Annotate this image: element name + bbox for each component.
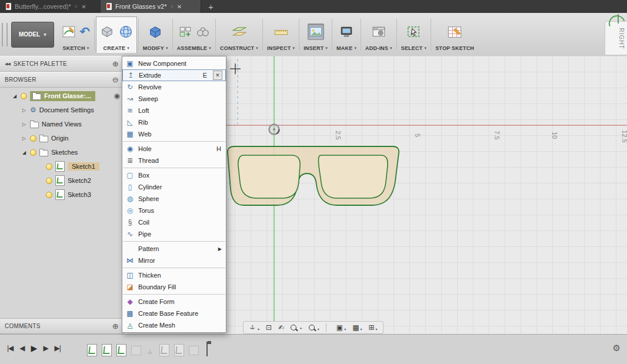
sketch-icon[interactable] — [62, 25, 76, 39]
glasses-left-lens[interactable] — [238, 155, 300, 198]
viewports-button[interactable]: ⊞▾ — [369, 324, 378, 331]
browser-item-origin[interactable]: ▷ Origin — [0, 131, 124, 145]
toolbar-grip-handle[interactable] — [2, 23, 8, 46]
browser-item-sketches[interactable]: ◢ Sketches — [0, 145, 124, 159]
orbit-button[interactable]: ▾ — [249, 324, 259, 331]
step-back-button[interactable]: ◀ — [19, 344, 24, 352]
menu-item-create-form[interactable]: ◆Create Form — [122, 296, 226, 308]
menu-item-sphere[interactable]: ◍Sphere — [122, 193, 226, 205]
visibility-bulb-icon[interactable] — [46, 192, 52, 198]
menu-item-pipe[interactable]: ∿Pipe — [122, 228, 226, 240]
insert-image-icon[interactable] — [308, 24, 324, 40]
browser-item-sketch1[interactable]: Sketch1 — [0, 159, 124, 173]
menu-item-sweep[interactable]: ↝Sweep — [122, 93, 226, 105]
display-settings-button[interactable]: ▣▾ — [336, 324, 346, 331]
menu-item-revolve[interactable]: ↻Revolve — [122, 81, 226, 93]
visibility-bulb-icon[interactable] — [30, 149, 36, 156]
browser-item-named-views[interactable]: ▷ Named Views — [0, 117, 124, 131]
make-menu-button[interactable]: MAKE▾ — [336, 45, 356, 51]
select-menu-button[interactable]: SELECT▾ — [401, 45, 426, 51]
timeline-feature-move-icon[interactable] — [146, 347, 155, 356]
menu-item-boundary-fill[interactable]: ◪Boundary Fill — [122, 281, 226, 293]
menu-item-web[interactable]: ▦Web — [122, 128, 226, 140]
expand-arrow-icon[interactable]: ▷ — [21, 136, 27, 141]
expand-arrow-icon[interactable]: ▷ — [21, 122, 27, 127]
close-tab-icon[interactable]: ✕ — [177, 4, 182, 10]
addins-menu-button[interactable]: ADD-INS▾ — [365, 45, 392, 51]
sketch-origin-widget[interactable] — [269, 125, 279, 135]
go-to-start-button[interactable]: |◀ — [7, 344, 13, 352]
close-icon[interactable]: ✕ — [213, 71, 222, 80]
visibility-bulb-icon[interactable] — [46, 178, 52, 184]
select-cursor-icon[interactable] — [406, 25, 421, 39]
browser-item-document-settings[interactable]: ▷ ⚙ Document Settings — [0, 103, 124, 117]
menu-item-create-base-feature[interactable]: ▩Create Base Feature — [122, 308, 226, 319]
step-forward-button[interactable]: ▶ — [43, 344, 48, 352]
timeline-sketch2-icon[interactable] — [102, 344, 112, 356]
visibility-bulb-icon[interactable] — [30, 135, 36, 142]
stop-sketch-button[interactable]: STOP SKETCH — [435, 45, 474, 51]
glasses-right-lens[interactable] — [318, 155, 388, 198]
browser-header[interactable]: BROWSER ⊖ — [0, 72, 124, 88]
comments-header[interactable]: COMMENTS ⊕ — [0, 318, 124, 334]
play-button[interactable]: ▶ — [31, 343, 37, 353]
construction-plane-icon[interactable] — [232, 24, 247, 39]
look-at-button[interactable]: ⊡ — [266, 324, 272, 331]
timeline-playhead[interactable] — [206, 342, 208, 356]
browser-item-root[interactable]: ◢ Front Glasse:... ◉ — [0, 89, 124, 103]
assemble-menu-button[interactable]: ASSEMBLE▾ — [177, 45, 211, 51]
create-menu-button[interactable]: CREATE▾ — [104, 45, 129, 51]
tab-front-glasses[interactable]: Front Glasses v2* ○ ✕ — [101, 0, 201, 13]
undo-icon[interactable]: ↶ — [79, 25, 90, 38]
joint-icon[interactable] — [196, 25, 210, 39]
press-pull-icon[interactable] — [148, 24, 163, 39]
menu-item-hole[interactable]: ◉HoleH — [122, 143, 226, 155]
timeline-sketch3-icon[interactable] — [116, 344, 126, 356]
timeline-feature-sketch-icon[interactable] — [159, 344, 169, 356]
expand-plus-icon[interactable]: ⊕ — [112, 60, 119, 68]
insert-menu-button[interactable]: INSERT▾ — [304, 45, 328, 51]
grid-snap-button[interactable]: ▦▾ — [352, 324, 362, 331]
menu-item-box[interactable]: ▢Box — [122, 169, 226, 181]
addins-window-gear-icon[interactable] — [372, 25, 386, 39]
sketch-menu-button[interactable]: SKETCH▾ — [62, 45, 89, 51]
timeline-feature-sketch-icon[interactable] — [174, 344, 184, 356]
menu-item-torus[interactable]: ◎Torus — [122, 205, 226, 216]
menu-item-mirror[interactable]: ⋈Mirror — [122, 255, 226, 266]
measure-ruler-icon[interactable] — [274, 24, 289, 39]
workspace-selector[interactable]: MODEL ▾ — [11, 22, 54, 48]
visibility-bulb-icon[interactable] — [21, 93, 27, 99]
stop-sketch-icon[interactable] — [447, 24, 462, 39]
menu-item-cylinder[interactable]: ▯Cylinder — [122, 181, 226, 193]
expand-plus-icon[interactable]: ⊕ — [112, 322, 119, 330]
expand-arrow-icon[interactable]: ▷ — [21, 108, 27, 113]
timeline-feature-box-icon[interactable] — [131, 346, 141, 355]
modify-menu-button[interactable]: MODIFY▾ — [143, 45, 168, 51]
collapse-minus-icon[interactable]: ⊖ — [112, 76, 119, 84]
timeline-sketch1-icon[interactable] — [87, 344, 97, 356]
zoom-button[interactable]: ▾ — [309, 325, 319, 331]
browser-item-sketch2[interactable]: Sketch2 — [0, 173, 124, 188]
expand-arrow-icon[interactable]: ◢ — [12, 93, 18, 99]
menu-item-thicken[interactable]: ◫Thicken — [122, 269, 226, 281]
menu-item-rib[interactable]: ◺Rib — [122, 116, 226, 128]
construct-menu-button[interactable]: CONSTRUCT▾ — [220, 45, 258, 51]
activate-component-radio[interactable]: ◉ — [114, 92, 120, 100]
close-tab-icon[interactable]: ✕ — [81, 4, 86, 10]
menu-item-coil[interactable]: §Coil — [122, 216, 226, 228]
sphere-grid-icon[interactable] — [118, 24, 134, 39]
collapse-panel-icon[interactable]: ◀◀ — [5, 62, 10, 66]
menu-item-pattern[interactable]: Pattern▶ — [122, 243, 226, 255]
menu-item-new-component[interactable]: ▣New Component — [122, 58, 226, 69]
menu-item-create-mesh[interactable]: ◬Create Mesh — [122, 319, 226, 331]
zoom-window-button[interactable]: + — [291, 325, 302, 331]
browser-item-sketch3[interactable]: Sketch3 — [0, 188, 124, 202]
menu-item-extrude[interactable]: ↥ExtrudeE✕ — [122, 69, 226, 81]
menu-item-thread[interactable]: ≣Thread — [122, 155, 226, 166]
inspect-menu-button[interactable]: INSPECT▾ — [267, 45, 295, 51]
make-3dprint-icon[interactable] — [339, 25, 353, 39]
timeline-feature-box-icon[interactable] — [189, 346, 199, 355]
timeline-settings-gear-icon[interactable]: ⚙ — [613, 343, 621, 353]
sketch-palette-header[interactable]: ◀◀ SKETCH PALETTE ⊕ — [0, 56, 124, 72]
visibility-bulb-icon[interactable] — [46, 163, 52, 170]
